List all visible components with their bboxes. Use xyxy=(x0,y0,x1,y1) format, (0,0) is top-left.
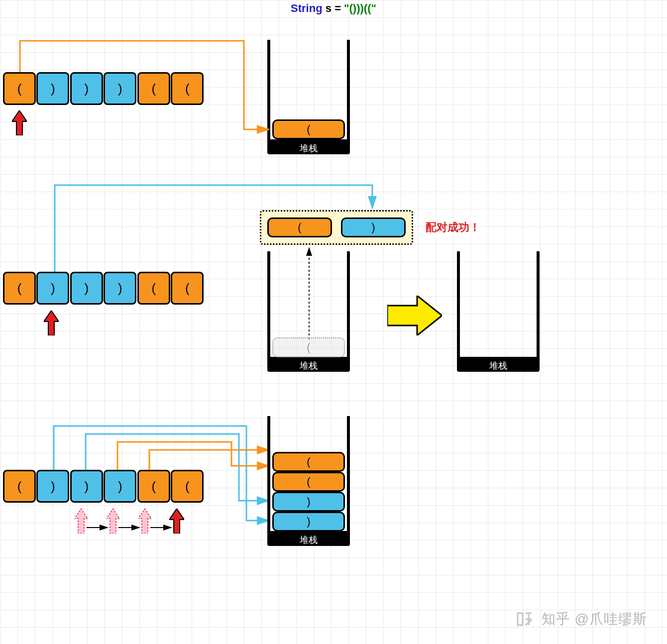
stack-base: 堆栈 xyxy=(267,357,350,372)
watermark-text: 知乎 @爪哇缪斯 xyxy=(542,610,647,629)
seq-cell: ( xyxy=(3,72,36,105)
seq-cell: ( xyxy=(3,470,36,503)
seq-cell: ( xyxy=(171,72,204,105)
title-equals: = xyxy=(334,2,341,14)
seq-cell: ( xyxy=(137,72,170,105)
seq-cell: ) xyxy=(70,272,103,305)
stack-item: ( xyxy=(272,452,345,472)
svg-rect-0 xyxy=(518,613,523,625)
sequence-row-2: ( ) ) ) ( ( xyxy=(3,272,202,305)
stack-item: ( xyxy=(272,472,345,492)
pointer-history-icon xyxy=(75,509,88,534)
title-keyword: String xyxy=(291,2,323,14)
stack-wall xyxy=(267,251,270,357)
title-value: "()))((" xyxy=(344,2,376,14)
watermark: 知乎 @爪哇缪斯 xyxy=(515,609,647,629)
stack-base: 堆栈 xyxy=(267,139,350,154)
stack-item: ) xyxy=(272,512,345,532)
seq-cell: ) xyxy=(104,272,136,305)
seq-cell: ( xyxy=(137,272,170,305)
seq-cell: ( xyxy=(171,272,204,305)
flow-arrow xyxy=(149,450,269,470)
flow-arrow xyxy=(117,442,269,470)
stack-base: 堆栈 xyxy=(457,357,540,372)
pair-left: ( xyxy=(267,217,332,237)
stack-item-ghost: ( xyxy=(272,337,345,357)
pointer-arrow-icon xyxy=(169,509,184,534)
stack-base: 堆栈 xyxy=(267,531,350,546)
pair-success-label: 配对成功！ xyxy=(426,220,480,235)
stack-wall xyxy=(267,40,270,139)
stack-wall xyxy=(347,416,350,533)
seq-cell: ) xyxy=(36,72,69,105)
pointer-history-icon xyxy=(138,509,151,534)
sequence-row-1: ( ) ) ) ( ( xyxy=(3,72,202,105)
title: String s = "()))((" xyxy=(291,2,376,15)
stack-wall xyxy=(537,251,540,357)
seq-cell: ( xyxy=(3,272,36,305)
seq-cell: ) xyxy=(36,272,69,305)
pointer-history-icon xyxy=(107,509,119,534)
stack-wall xyxy=(347,251,350,357)
zhihu-icon xyxy=(515,609,535,629)
seq-cell: ( xyxy=(171,470,204,503)
seq-cell: ( xyxy=(137,470,170,503)
stack-item: ) xyxy=(272,492,345,512)
seq-cell: ) xyxy=(104,72,136,105)
stack-wall xyxy=(457,251,460,357)
pointer-arrow-icon xyxy=(12,110,27,135)
seq-cell: ) xyxy=(70,470,103,503)
stack-wall xyxy=(267,416,270,533)
stack-item: ( xyxy=(272,119,345,139)
seq-cell: ) xyxy=(70,72,103,105)
pointer-arrow-icon xyxy=(44,311,59,335)
seq-cell: ) xyxy=(36,470,69,503)
pair-right: ) xyxy=(341,217,406,237)
pair-success-box: ( ) xyxy=(260,210,413,245)
stack-wall xyxy=(347,40,350,139)
next-arrow-icon xyxy=(387,296,442,335)
title-var: s xyxy=(326,2,332,14)
seq-cell: ) xyxy=(104,470,136,503)
sequence-row-3: ( ) ) ) ( ( xyxy=(3,470,202,503)
